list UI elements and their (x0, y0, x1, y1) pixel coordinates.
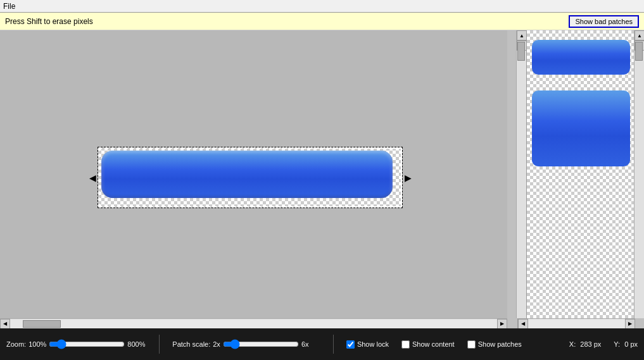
right-scroll-up-button[interactable]: ▲ (635, 30, 644, 40)
status-divider-1 (159, 335, 160, 354)
hscroll-track[interactable] (10, 320, 497, 328)
patch-scale-max: 6x (301, 340, 320, 348)
canvas-area: ◀ ▶ (0, 30, 507, 318)
show-content-group: Show content (401, 340, 455, 349)
show-bad-patches-button[interactable]: Show bad patches (569, 15, 639, 28)
show-lock-checkbox[interactable] (346, 340, 355, 349)
canvas-vscrollbar[interactable]: ▲ ▼ (516, 30, 526, 318)
show-patches-group: Show patches (467, 340, 522, 349)
status-bar: Zoom: 100% 800% Patch scale: 2x 6x Show … (0, 328, 644, 360)
show-patches-label: Show patches (478, 340, 522, 348)
canvas-element-container[interactable]: ◀ ▶ (98, 147, 402, 208)
preview-item-2 (532, 90, 630, 166)
coordinates: X: 283 px Y: 0 px (569, 340, 638, 348)
zoom-value: 100% (28, 340, 46, 348)
zoom-max: 800% (127, 340, 146, 348)
handle-left[interactable]: ◀ (89, 171, 96, 184)
rp-hscroll-track[interactable] (528, 320, 625, 328)
handle-right[interactable]: ▶ (404, 171, 412, 184)
rp-hscroll-left-button[interactable]: ◀ (518, 319, 528, 329)
right-scroll-thumb[interactable] (635, 42, 643, 61)
show-lock-label: Show lock (357, 340, 389, 348)
hscroll-right-button[interactable]: ▶ (497, 319, 507, 329)
show-content-label: Show content (412, 340, 455, 348)
show-content-checkbox[interactable] (401, 340, 410, 349)
scroll-up-button[interactable]: ▲ (517, 30, 527, 40)
patch-scale-slider[interactable] (223, 340, 299, 349)
file-menu[interactable]: File (3, 2, 15, 11)
x-coord: X: 283 px (569, 340, 602, 348)
right-panel-vscrollbar[interactable]: ▲ ▼ (634, 30, 644, 318)
info-bar: Press Shift to erase pixels Show bad pat… (0, 13, 644, 30)
rp-hscroll-right-button[interactable]: ▶ (625, 319, 635, 329)
canvas-hscrollbar[interactable]: ◀ ▶ (0, 318, 507, 328)
right-panel-hscrollbar[interactable]: ◀ ▶ (517, 318, 635, 328)
show-lock-group: Show lock (346, 340, 389, 349)
zoom-label: Zoom: (6, 340, 26, 348)
info-message: Press Shift to erase pixels (5, 17, 93, 26)
status-divider-2 (333, 335, 334, 354)
patch-scale-value: 2x (213, 340, 220, 348)
right-panel: ▲ ▼ (526, 30, 644, 318)
preview-item-1 (532, 40, 630, 75)
zoom-group: Zoom: 100% 800% (6, 340, 146, 349)
menu-bar: File (0, 0, 644, 13)
hscroll-left-button[interactable]: ◀ (0, 319, 10, 329)
scroll-thumb[interactable] (517, 42, 525, 61)
blue-button-element (101, 151, 393, 198)
show-patches-checkbox[interactable] (467, 340, 476, 349)
y-coord: Y: 0 px (614, 340, 638, 348)
zoom-slider[interactable] (49, 340, 125, 349)
hscroll-thumb[interactable] (23, 320, 61, 328)
patch-scale-label: Patch scale: (172, 340, 210, 348)
patch-scale-group: Patch scale: 2x 6x (172, 340, 320, 349)
